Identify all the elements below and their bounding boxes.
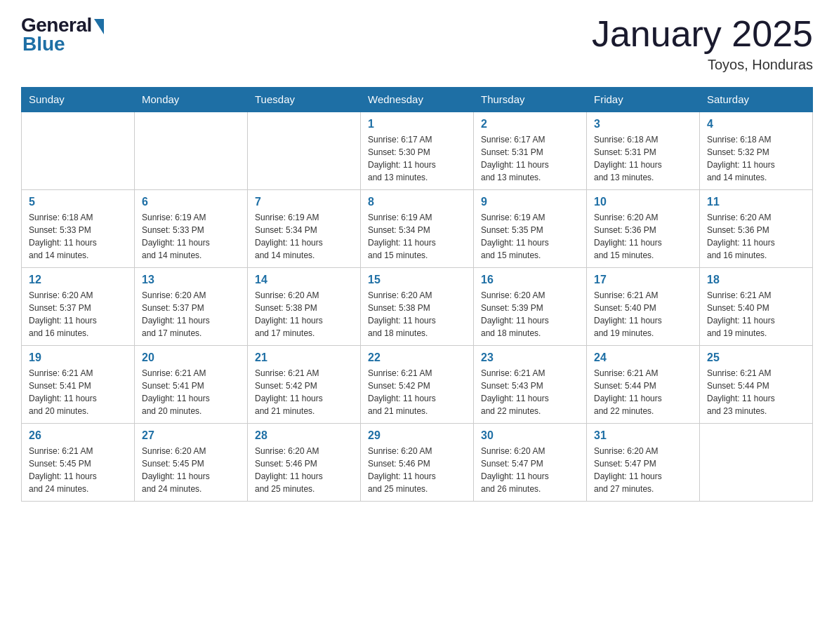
header-wednesday: Wednesday bbox=[361, 88, 474, 112]
calendar-header-row: SundayMondayTuesdayWednesdayThursdayFrid… bbox=[22, 88, 813, 112]
calendar-cell bbox=[700, 424, 813, 502]
logo-blue-text: Blue bbox=[22, 33, 65, 55]
day-info: Sunrise: 6:19 AM Sunset: 5:34 PM Dayligh… bbox=[255, 211, 353, 262]
day-number: 8 bbox=[368, 196, 466, 208]
calendar-cell: 4Sunrise: 6:18 AM Sunset: 5:32 PM Daylig… bbox=[700, 112, 813, 190]
calendar-cell: 25Sunrise: 6:21 AM Sunset: 5:44 PM Dayli… bbox=[700, 346, 813, 424]
day-info: Sunrise: 6:20 AM Sunset: 5:46 PM Dayligh… bbox=[255, 445, 353, 495]
day-number: 16 bbox=[481, 274, 579, 286]
calendar-subtitle: Toyos, Honduras bbox=[592, 57, 813, 73]
day-number: 6 bbox=[142, 196, 240, 208]
day-info: Sunrise: 6:18 AM Sunset: 5:31 PM Dayligh… bbox=[594, 133, 692, 184]
day-number: 9 bbox=[481, 196, 579, 208]
day-info: Sunrise: 6:21 AM Sunset: 5:42 PM Dayligh… bbox=[368, 367, 466, 417]
page-header: General Blue January 2025 Toyos, Hondura… bbox=[21, 14, 813, 73]
calendar-table: SundayMondayTuesdayWednesdayThursdayFrid… bbox=[21, 87, 813, 502]
day-info: Sunrise: 6:20 AM Sunset: 5:38 PM Dayligh… bbox=[368, 289, 466, 340]
day-info: Sunrise: 6:21 AM Sunset: 5:44 PM Dayligh… bbox=[594, 367, 692, 417]
day-info: Sunrise: 6:19 AM Sunset: 5:35 PM Dayligh… bbox=[481, 211, 579, 262]
day-info: Sunrise: 6:19 AM Sunset: 5:33 PM Dayligh… bbox=[142, 211, 240, 262]
day-info: Sunrise: 6:17 AM Sunset: 5:30 PM Dayligh… bbox=[368, 133, 466, 184]
calendar-cell: 18Sunrise: 6:21 AM Sunset: 5:40 PM Dayli… bbox=[700, 268, 813, 346]
day-info: Sunrise: 6:21 AM Sunset: 5:44 PM Dayligh… bbox=[707, 367, 805, 417]
day-number: 2 bbox=[481, 118, 579, 130]
day-info: Sunrise: 6:20 AM Sunset: 5:45 PM Dayligh… bbox=[142, 445, 240, 495]
calendar-week-row: 19Sunrise: 6:21 AM Sunset: 5:41 PM Dayli… bbox=[22, 346, 813, 424]
calendar-cell: 10Sunrise: 6:20 AM Sunset: 5:36 PM Dayli… bbox=[587, 190, 700, 268]
calendar-cell: 29Sunrise: 6:20 AM Sunset: 5:46 PM Dayli… bbox=[361, 424, 474, 502]
day-number: 30 bbox=[481, 429, 579, 442]
logo-triangle-icon bbox=[94, 19, 104, 34]
day-number: 18 bbox=[707, 274, 805, 286]
day-info: Sunrise: 6:21 AM Sunset: 5:43 PM Dayligh… bbox=[481, 367, 579, 417]
calendar-week-row: 12Sunrise: 6:20 AM Sunset: 5:37 PM Dayli… bbox=[22, 268, 813, 346]
calendar-cell: 16Sunrise: 6:20 AM Sunset: 5:39 PM Dayli… bbox=[474, 268, 587, 346]
day-number: 28 bbox=[255, 429, 353, 442]
day-number: 3 bbox=[594, 118, 692, 130]
calendar-cell: 1Sunrise: 6:17 AM Sunset: 5:30 PM Daylig… bbox=[361, 112, 474, 190]
day-number: 21 bbox=[255, 351, 353, 364]
day-number: 5 bbox=[29, 196, 127, 208]
day-number: 31 bbox=[594, 429, 692, 442]
day-number: 29 bbox=[368, 429, 466, 442]
day-info: Sunrise: 6:18 AM Sunset: 5:33 PM Dayligh… bbox=[29, 211, 127, 262]
day-info: Sunrise: 6:21 AM Sunset: 5:41 PM Dayligh… bbox=[29, 367, 127, 417]
header-sunday: Sunday bbox=[22, 88, 135, 112]
day-number: 1 bbox=[368, 118, 466, 130]
calendar-cell: 19Sunrise: 6:21 AM Sunset: 5:41 PM Dayli… bbox=[22, 346, 135, 424]
day-info: Sunrise: 6:20 AM Sunset: 5:38 PM Dayligh… bbox=[255, 289, 353, 340]
day-info: Sunrise: 6:18 AM Sunset: 5:32 PM Dayligh… bbox=[707, 133, 805, 184]
day-number: 13 bbox=[142, 274, 240, 286]
calendar-cell: 15Sunrise: 6:20 AM Sunset: 5:38 PM Dayli… bbox=[361, 268, 474, 346]
day-number: 19 bbox=[29, 351, 127, 364]
day-number: 7 bbox=[255, 196, 353, 208]
day-info: Sunrise: 6:19 AM Sunset: 5:34 PM Dayligh… bbox=[368, 211, 466, 262]
day-number: 12 bbox=[29, 274, 127, 286]
day-number: 4 bbox=[707, 118, 805, 130]
calendar-week-row: 1Sunrise: 6:17 AM Sunset: 5:30 PM Daylig… bbox=[22, 112, 813, 190]
day-info: Sunrise: 6:20 AM Sunset: 5:37 PM Dayligh… bbox=[142, 289, 240, 340]
day-number: 17 bbox=[594, 274, 692, 286]
day-number: 26 bbox=[29, 429, 127, 442]
day-number: 23 bbox=[481, 351, 579, 364]
day-info: Sunrise: 6:20 AM Sunset: 5:39 PM Dayligh… bbox=[481, 289, 579, 340]
day-number: 24 bbox=[594, 351, 692, 364]
calendar-cell: 21Sunrise: 6:21 AM Sunset: 5:42 PM Dayli… bbox=[248, 346, 361, 424]
day-number: 22 bbox=[368, 351, 466, 364]
calendar-cell: 2Sunrise: 6:17 AM Sunset: 5:31 PM Daylig… bbox=[474, 112, 587, 190]
day-number: 11 bbox=[707, 196, 805, 208]
calendar-week-row: 26Sunrise: 6:21 AM Sunset: 5:45 PM Dayli… bbox=[22, 424, 813, 502]
calendar-cell: 23Sunrise: 6:21 AM Sunset: 5:43 PM Dayli… bbox=[474, 346, 587, 424]
day-info: Sunrise: 6:20 AM Sunset: 5:46 PM Dayligh… bbox=[368, 445, 466, 495]
day-number: 14 bbox=[255, 274, 353, 286]
calendar-cell: 31Sunrise: 6:20 AM Sunset: 5:47 PM Dayli… bbox=[587, 424, 700, 502]
day-number: 27 bbox=[142, 429, 240, 442]
calendar-cell: 27Sunrise: 6:20 AM Sunset: 5:45 PM Dayli… bbox=[135, 424, 248, 502]
day-info: Sunrise: 6:20 AM Sunset: 5:47 PM Dayligh… bbox=[594, 445, 692, 495]
calendar-cell: 6Sunrise: 6:19 AM Sunset: 5:33 PM Daylig… bbox=[135, 190, 248, 268]
day-info: Sunrise: 6:20 AM Sunset: 5:37 PM Dayligh… bbox=[29, 289, 127, 340]
calendar-cell: 7Sunrise: 6:19 AM Sunset: 5:34 PM Daylig… bbox=[248, 190, 361, 268]
day-number: 25 bbox=[707, 351, 805, 364]
calendar-cell bbox=[22, 112, 135, 190]
calendar-cell: 5Sunrise: 6:18 AM Sunset: 5:33 PM Daylig… bbox=[22, 190, 135, 268]
calendar-cell: 14Sunrise: 6:20 AM Sunset: 5:38 PM Dayli… bbox=[248, 268, 361, 346]
calendar-cell: 24Sunrise: 6:21 AM Sunset: 5:44 PM Dayli… bbox=[587, 346, 700, 424]
day-number: 15 bbox=[368, 274, 466, 286]
day-info: Sunrise: 6:21 AM Sunset: 5:40 PM Dayligh… bbox=[594, 289, 692, 340]
calendar-cell: 9Sunrise: 6:19 AM Sunset: 5:35 PM Daylig… bbox=[474, 190, 587, 268]
day-info: Sunrise: 6:20 AM Sunset: 5:47 PM Dayligh… bbox=[481, 445, 579, 495]
header-monday: Monday bbox=[135, 88, 248, 112]
calendar-cell: 17Sunrise: 6:21 AM Sunset: 5:40 PM Dayli… bbox=[587, 268, 700, 346]
day-info: Sunrise: 6:21 AM Sunset: 5:41 PM Dayligh… bbox=[142, 367, 240, 417]
calendar-cell: 3Sunrise: 6:18 AM Sunset: 5:31 PM Daylig… bbox=[587, 112, 700, 190]
calendar-cell: 30Sunrise: 6:20 AM Sunset: 5:47 PM Dayli… bbox=[474, 424, 587, 502]
calendar-week-row: 5Sunrise: 6:18 AM Sunset: 5:33 PM Daylig… bbox=[22, 190, 813, 268]
calendar-cell: 11Sunrise: 6:20 AM Sunset: 5:36 PM Dayli… bbox=[700, 190, 813, 268]
day-number: 10 bbox=[594, 196, 692, 208]
title-block: January 2025 Toyos, Honduras bbox=[592, 14, 813, 73]
calendar-cell: 20Sunrise: 6:21 AM Sunset: 5:41 PM Dayli… bbox=[135, 346, 248, 424]
calendar-cell: 22Sunrise: 6:21 AM Sunset: 5:42 PM Dayli… bbox=[361, 346, 474, 424]
day-info: Sunrise: 6:21 AM Sunset: 5:40 PM Dayligh… bbox=[707, 289, 805, 340]
header-thursday: Thursday bbox=[474, 88, 587, 112]
